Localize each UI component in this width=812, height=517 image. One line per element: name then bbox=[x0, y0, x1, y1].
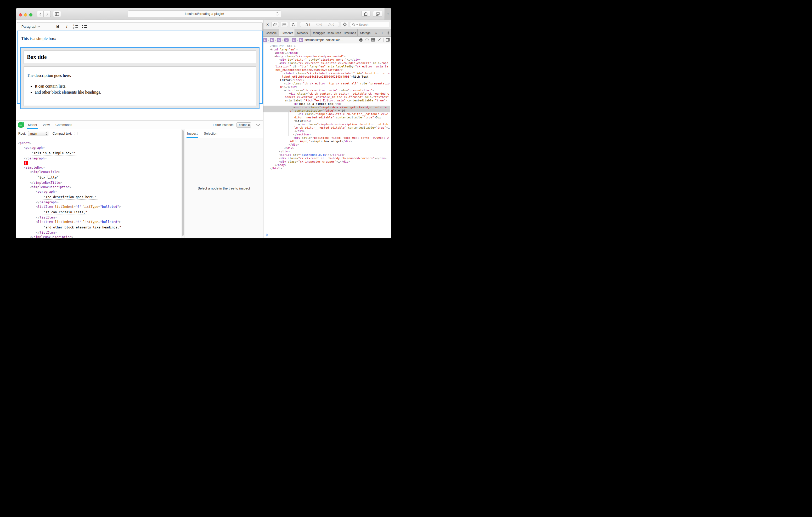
simple-box-title[interactable]: Box title bbox=[24, 51, 256, 64]
reload-icon[interactable] bbox=[276, 12, 279, 16]
element-crumb-badge[interactable]: E bbox=[292, 38, 296, 42]
tab-model[interactable]: Model bbox=[28, 121, 37, 129]
dom-node[interactable]: </div> bbox=[263, 146, 390, 150]
element-crumb-badge[interactable]: E bbox=[277, 38, 281, 42]
model-text-value[interactable]: "This is a simple box:" bbox=[30, 151, 77, 156]
new-tab-button[interactable]: + bbox=[384, 8, 392, 20]
collapse-inspector-button[interactable] bbox=[256, 124, 261, 126]
model-element-open[interactable]: <listItem listIndent="0" listType="bulle… bbox=[36, 220, 184, 224]
model-element-open[interactable]: <simpleBox> bbox=[24, 165, 184, 170]
dom-node-selected[interactable]: ▼<section class="simple-box ck-widget ck… bbox=[263, 105, 390, 112]
minimize-window-button[interactable] bbox=[24, 13, 27, 17]
dom-node[interactable]: ▼<body class="ck-inspector-body-expanded… bbox=[263, 55, 390, 58]
dom-node[interactable]: ▼<div class="ck ck-reset ck-editor ck-ro… bbox=[263, 61, 390, 71]
devtools-tab-timelines[interactable]: Timelines bbox=[342, 29, 357, 36]
dom-node[interactable]: ▶<head>…</head> bbox=[263, 51, 390, 55]
simple-box-description[interactable]: The description goes here. It can contai… bbox=[24, 66, 256, 106]
add-tab-button[interactable]: + bbox=[379, 29, 385, 36]
dom-node[interactable]: ▶<div class="ck ck-editor__top ck-reset_… bbox=[263, 82, 390, 89]
model-element-close[interactable]: </paragraph> bbox=[36, 200, 184, 205]
dock-bottom-button[interactable] bbox=[281, 22, 288, 27]
dom-node[interactable]: </section> bbox=[263, 133, 390, 136]
dom-node[interactable]: <!DOCTYPE html> bbox=[263, 44, 390, 48]
collapse-arrow-icon[interactable]: ▼ bbox=[290, 106, 295, 109]
more-tabs-button[interactable]: » bbox=[373, 29, 379, 36]
simple-box-widget[interactable]: Box title The description goes here. It … bbox=[20, 47, 260, 109]
model-text-node[interactable]: "Box title" bbox=[36, 174, 184, 181]
address-bar[interactable]: localhost/creating-a-plugin/ bbox=[128, 10, 281, 17]
model-tree-scrollbar[interactable] bbox=[181, 129, 184, 238]
dom-node[interactable]: <script src="dist/bundle.js"></script> bbox=[263, 153, 390, 157]
dom-node[interactable]: </div> bbox=[263, 143, 390, 146]
bulleted-list-button[interactable] bbox=[80, 23, 89, 30]
collapse-arrow-icon[interactable]: ▼ bbox=[276, 62, 281, 65]
model-text-node[interactable]: "This is a simple box:" bbox=[30, 150, 184, 156]
dom-node[interactable]: ▶<div class="simple-box-description ck-e… bbox=[263, 123, 390, 133]
dom-node[interactable]: </div> bbox=[263, 150, 390, 153]
model-element-open[interactable]: <simpleBoxDescription> bbox=[30, 185, 184, 189]
issues-summary[interactable]: 4 0 0 bbox=[300, 22, 339, 27]
model-text-value[interactable]: "The description goes here." bbox=[42, 195, 98, 200]
numbered-list-button[interactable]: 1 2 bbox=[71, 23, 80, 30]
devtools-tab-storage[interactable]: Storage bbox=[357, 29, 373, 36]
model-element-open[interactable]: <$root> bbox=[18, 141, 184, 146]
model-text-node[interactable]: "The description goes here." bbox=[42, 194, 184, 200]
tab-view[interactable]: View bbox=[42, 121, 50, 129]
dom-node[interactable]: <div class="ck ck-reset_all ck-body ck-r… bbox=[263, 157, 390, 160]
close-inspector-button[interactable]: ✕ bbox=[265, 23, 270, 27]
dom-node[interactable]: <p>This is a simple box:</p> bbox=[263, 102, 390, 105]
sidebar-toggle-button[interactable] bbox=[53, 11, 61, 17]
layout-grid-icon[interactable] bbox=[371, 38, 375, 41]
model-text-value[interactable]: "It can contain lists," bbox=[42, 210, 89, 215]
dom-node[interactable]: ▼<div class="ck ck-content ck-editor__ed… bbox=[263, 92, 390, 102]
bold-button[interactable]: B bbox=[53, 23, 62, 30]
tab-selection[interactable]: Selection bbox=[204, 129, 217, 138]
model-element-close[interactable]: </listItem> bbox=[36, 231, 184, 235]
element-crumb-badge[interactable]: E bbox=[284, 38, 289, 42]
source-code-icon[interactable] bbox=[365, 38, 369, 41]
model-element-open[interactable]: <paragraph> bbox=[24, 146, 184, 150]
reload-page-button[interactable] bbox=[290, 22, 297, 27]
model-element-open[interactable]: <paragraph> bbox=[36, 189, 184, 194]
selection-marker[interactable]: [ bbox=[24, 161, 184, 165]
console-prompt[interactable] bbox=[263, 231, 392, 238]
element-crumb-badge[interactable]: E bbox=[299, 38, 303, 42]
close-window-button[interactable] bbox=[19, 13, 22, 17]
italic-button[interactable]: I bbox=[62, 23, 71, 30]
root-select[interactable]: main bbox=[28, 131, 49, 136]
dom-node[interactable]: <div style="position: fixed; top: 0px; l… bbox=[263, 136, 390, 143]
tab-inspect[interactable]: Inspect bbox=[187, 129, 198, 138]
share-button[interactable] bbox=[361, 11, 370, 17]
devtools-tab-elements[interactable]: Elements bbox=[279, 29, 295, 36]
forward-button[interactable] bbox=[44, 11, 51, 17]
dom-node[interactable]: </html> bbox=[263, 167, 390, 170]
expand-arrow-icon[interactable]: ▶ bbox=[281, 82, 286, 86]
zoom-window-button[interactable] bbox=[29, 13, 32, 17]
model-element-open[interactable]: <listItem listIndent="0" listType="bulle… bbox=[36, 205, 184, 209]
tab-commands[interactable]: Commands bbox=[55, 121, 72, 129]
dom-node[interactable]: </body> bbox=[263, 163, 390, 167]
dom-node[interactable]: <h1 class="simple-box-title ck-editor__e… bbox=[263, 112, 390, 123]
model-element-close[interactable]: </simpleBoxTitle> bbox=[30, 181, 184, 185]
model-element-close[interactable]: </listItem> bbox=[36, 215, 184, 220]
print-styles-icon[interactable] bbox=[359, 38, 363, 42]
devtools-tab-resources[interactable]: Resources bbox=[326, 29, 342, 36]
model-element-close[interactable]: </simpleBoxDescription> bbox=[30, 235, 184, 238]
dom-node[interactable]: ▼<div class="ck ck-editor__main" role="p… bbox=[263, 89, 390, 92]
devtools-tab-debugger[interactable]: Debugger bbox=[311, 29, 326, 36]
dom-node[interactable]: ▼<html lang="en"> bbox=[263, 48, 390, 51]
dom-node[interactable]: <label class="ck ck-label ck-voice-label… bbox=[263, 71, 390, 82]
dom-tree[interactable]: <!DOCTYPE html>▼<html lang="en">▶<head>…… bbox=[263, 43, 392, 231]
model-tree[interactable]: <$root><paragraph>"This is a simple box:… bbox=[16, 138, 184, 238]
settings-tab[interactable] bbox=[385, 29, 392, 36]
devtools-tab-network[interactable]: Network bbox=[295, 29, 311, 36]
list-item[interactable]: and other block elements like headings. bbox=[35, 90, 253, 95]
model-text-node[interactable]: "and other block elements like headings.… bbox=[42, 224, 184, 231]
model-element-open[interactable]: <simpleBoxTitle> bbox=[30, 170, 184, 174]
editor-editable-area[interactable]: This is a simple box: Box title The desc… bbox=[17, 31, 263, 104]
collapse-arrow-icon[interactable]: ▼ bbox=[286, 92, 291, 96]
paragraph-style-dropdown[interactable]: Paragraph bbox=[20, 24, 53, 30]
back-button[interactable] bbox=[37, 11, 44, 17]
compact-text-checkbox[interactable] bbox=[74, 132, 78, 135]
element-crumb-badge[interactable]: E bbox=[263, 38, 267, 42]
